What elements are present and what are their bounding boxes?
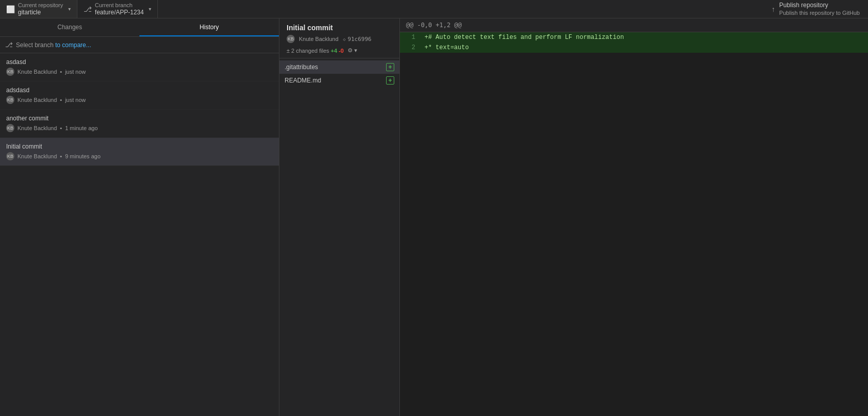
commit-title-1: asdasd [6,58,273,66]
branch-label: Current branch [95,2,144,9]
publish-icon: ↑ [772,5,775,13]
commit-meta-2: KB Knute Backlund • just now [6,96,273,104]
file-list: .gitattributes + README.md + [279,58,399,416]
diff-line-2: 2 +* text=auto [400,43,868,53]
file-added-icon-gitattributes: + [386,63,394,71]
branch-selector[interactable]: ⎇ Current branch feature/APP-1234 ▾ [77,0,158,18]
file-added-icon-readme: + [386,76,394,85]
commit-time-3: 1 minute ago [65,125,98,131]
commit-title-4: Initial commit [6,143,273,150]
diff-line-1: 1 +# Auto detect text files and perform … [400,32,868,43]
commit-item-4[interactable]: Initial commit KB Knute Backlund • 9 min… [0,138,279,166]
branch-compare-text-highlight: to compare... [55,41,91,49]
commit-dot-1: • [60,69,62,75]
commit-author-4: Knute Backlund [17,153,57,159]
diff-line-number-1: 1 [400,34,420,41]
avatar-3: KB [6,124,14,132]
commit-author-3: Knute Backlund [17,125,57,131]
changed-files-wrapper: ± 2 changed files +4 -0 [287,48,344,54]
commit-hash-icon: ⬦ [342,35,346,43]
avatar-2: KB [6,96,14,104]
commit-title-2: adsdasd [6,87,273,94]
commit-detail-header: Initial commit KB Knute Backlund ⬦ 91c69… [279,18,399,58]
branch-icon: ⎇ [84,5,92,13]
repo-icon: ⬜ [6,5,15,13]
branch-name: feature/APP-1234 [95,9,144,17]
commit-hash: 91c6996 [348,36,371,43]
changes-tab-label: Changes [57,24,82,31]
avatar-1: KB [6,68,14,76]
commit-detail-meta: KB Knute Backlund ⬦ 91c6996 ± 2 changed … [287,35,392,54]
changed-files-plus-icon: ± [287,48,290,54]
commit-list: asdasd KB Knute Backlund • just now adsd… [0,53,279,416]
commit-meta-3: KB Knute Backlund • 1 minute ago [6,124,273,132]
repo-chevron-icon: ▾ [68,6,71,12]
repo-selector[interactable]: ⬜ Current repository gitarticle ▾ [0,0,77,18]
diff-hunk-header: @@ -0,0 +1,2 @@ [406,22,461,29]
commit-hash-wrapper: ⬦ 91c6996 [342,35,371,43]
tab-history[interactable]: History [139,18,279,36]
diff-line-content-1: +# Auto detect text files and perform LF… [420,34,624,41]
commit-dot-4: • [60,153,62,159]
publish-button[interactable]: ↑ Publish repository Publish this reposi… [763,0,868,18]
additions-badge: +4 [331,48,337,54]
tabs: Changes History [0,18,279,37]
commit-item-3[interactable]: another commit KB Knute Backlund • 1 min… [0,110,279,138]
select-branch-bar[interactable]: ⎇ Select branch to compare... [0,37,279,53]
top-bar: ⬜ Current repository gitarticle ▾ ⎇ Curr… [0,0,868,18]
deletions-badge: -0 [339,48,344,54]
commit-item-2[interactable]: adsdasd KB Knute Backlund • just now [0,81,279,110]
branch-compare-text-start: Select branch [16,41,55,49]
middle-panel: Initial commit KB Knute Backlund ⬦ 91c69… [279,18,400,416]
commit-title-3: another commit [6,115,273,122]
repo-label: Current repository [18,2,63,9]
commit-detail-author: Knute Backlund [299,36,338,42]
branch-compare-icon: ⎇ [5,41,13,49]
branch-chevron-icon: ▾ [149,6,151,12]
file-name-gitattributes: .gitattributes [285,64,318,71]
changed-files-count: 2 changed files [291,48,329,54]
settings-button[interactable]: ⚙ ▾ [348,47,357,54]
file-item-readme[interactable]: README.md + [279,74,399,87]
commit-meta-4: KB Knute Backlund • 9 minutes ago [6,152,273,160]
main-content: Changes History ⎇ Select branch to compa… [0,18,868,416]
publish-title: Publish repository [779,2,860,10]
file-name-readme: README.md [285,77,321,84]
avatar-4: KB [6,152,14,160]
diff-content: 1 +# Auto detect text files and perform … [400,32,868,416]
commit-item-1[interactable]: asdasd KB Knute Backlund • just now [0,53,279,81]
commit-author-1: Knute Backlund [17,69,57,75]
diff-header: @@ -0,0 +1,2 @@ [400,18,868,32]
commit-dot-3: • [60,125,62,131]
commit-time-4: 9 minutes ago [65,153,100,159]
right-panel: @@ -0,0 +1,2 @@ 1 +# Auto detect text fi… [400,18,868,416]
left-panel: Changes History ⎇ Select branch to compa… [0,18,279,416]
branch-compare-text: Select branch to compare... [16,41,91,49]
history-tab-label: History [199,24,218,31]
diff-line-content-2: +* text=auto [420,44,469,51]
commit-meta-1: KB Knute Backlund • just now [6,68,273,76]
file-item-gitattributes[interactable]: .gitattributes + [279,60,399,74]
commit-dot-2: • [60,97,62,103]
commit-author-2: Knute Backlund [17,97,57,103]
diff-line-number-2: 2 [400,44,420,51]
commit-time-1: just now [65,69,86,75]
repo-name: gitarticle [18,9,63,17]
commit-detail-title: Initial commit [287,24,392,32]
publish-subtitle: Publish this repository to GitHub [779,9,860,16]
tab-changes[interactable]: Changes [0,18,139,36]
commit-detail-avatar: KB [287,35,295,43]
commit-time-2: just now [65,97,86,103]
